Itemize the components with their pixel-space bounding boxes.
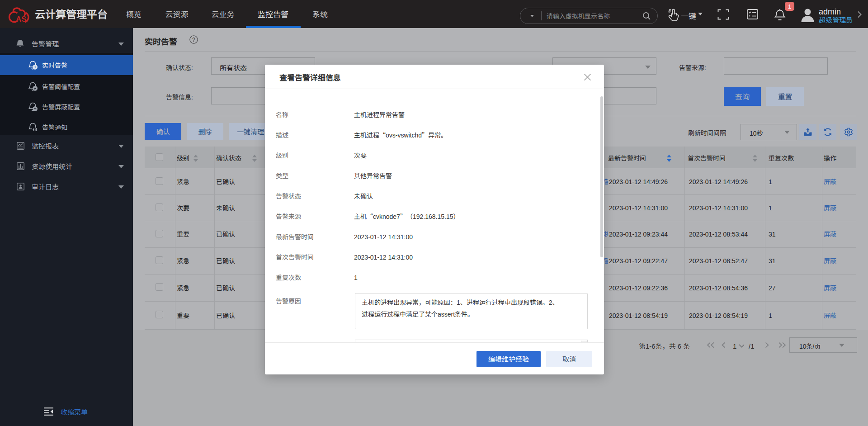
svg-text:AS: AS xyxy=(16,15,27,24)
svg-text:?: ? xyxy=(192,37,195,43)
